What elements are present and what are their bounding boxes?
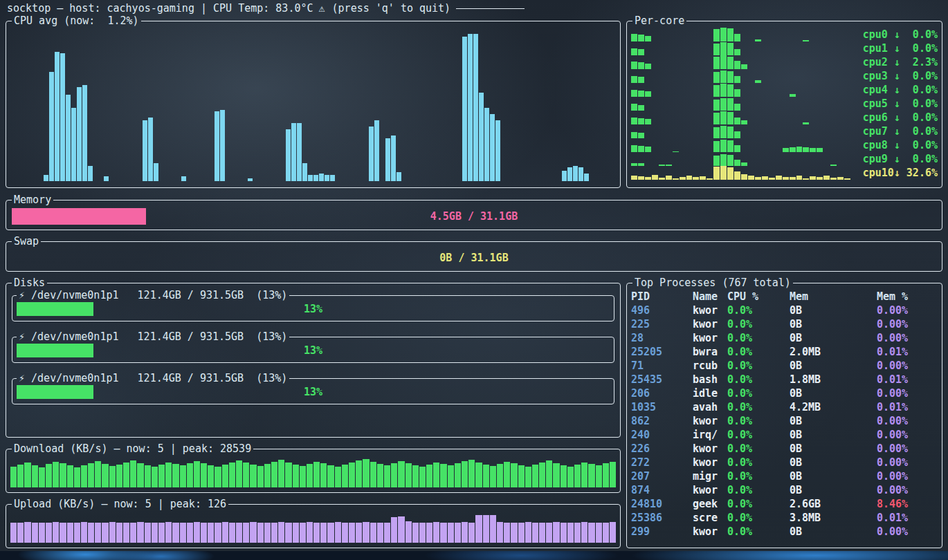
process-row: 25386scre0.0%3.8MB0.01% [631,511,938,525]
chart-bar [490,114,495,181]
chart-bar [293,523,299,543]
process-rows: 496kwor0.0%0B0.00%225kwor0.0%0B0.00%28kw… [631,304,938,539]
chart-bar [693,177,699,180]
process-cell-mem: 0B [790,483,877,497]
process-cell-cpu: 0.0% [727,373,790,386]
chart-bar [229,523,235,543]
chart-bar [264,523,271,543]
chart-bar [610,522,616,543]
chart-bar [49,72,54,181]
chart-bar [581,522,587,543]
chart-bar [145,523,151,543]
process-cell-pid: 226 [631,442,693,456]
chart-bar [53,462,59,487]
chart-bar [208,465,214,487]
chart-bar [356,460,362,487]
chart-bar [638,118,644,124]
chart-bar [596,465,602,487]
chart-bar [734,61,740,69]
chart-bar [645,177,651,180]
cpu-avg-title: CPU avg (now: 1.2%) [12,15,141,26]
core-label: cpu8 ↓ 0.0% [855,138,938,152]
chart-bar [532,523,538,543]
chart-bar [727,127,733,138]
chart-bar [327,465,334,487]
chart-bar [187,523,193,543]
chart-bar [700,176,706,180]
chart-bar [790,147,796,152]
chart-bar [271,462,277,487]
chart-bar [659,178,665,180]
per-core-row: cpu1 ↓ 0.0% [631,41,938,55]
process-cell-mem: 2.0MB [790,345,877,359]
chart-bar [490,515,496,543]
chart-bar [363,459,369,487]
chart-bar [497,464,503,487]
chart-bar [181,176,186,181]
chart-bar [405,521,412,543]
process-cell-name: kwor [693,317,727,331]
chart-bar [720,55,727,69]
per-core-rows: cpu0 ↓ 0.0%cpu1 ↓ 0.0%cpu2 ↓ 2.3%cpu3 ↓ … [631,28,938,180]
chart-bar [645,36,651,41]
chart-bar [222,522,228,543]
core-label: cpu3 ↓ 0.0% [855,69,938,83]
per-core-row: cpu9 ↓ 0.0% [631,152,938,166]
chart-bar [638,62,644,69]
per-core-row: cpu0 ↓ 0.0% [631,28,938,41]
process-cell-name: rcub [693,359,727,373]
chart-bar [727,84,733,97]
chart-bar [803,147,809,152]
process-row: 226kwor0.0%0B0.00% [631,442,938,456]
process-cell-name: kwor [693,304,727,317]
column-header-mem: Mem [790,290,877,304]
chart-bar [215,467,221,487]
process-cell-mem: 0B [790,428,877,442]
chart-bar [490,466,496,487]
chart-bar [426,523,432,543]
chart-bar [713,167,720,180]
chart-bar [638,146,644,152]
process-cell-mem: 0B [790,442,877,456]
process-cell-pid: 496 [631,304,693,317]
swap-gauge-label: 0B / 31.1GB [12,250,936,266]
process-cell-mem: 1.8MB [790,373,877,386]
chart-bar [713,29,720,41]
chart-bar [67,523,73,543]
chart-bar [603,463,609,487]
process-cell-pid: 862 [631,414,693,428]
process-cell-cpu: 0.0% [727,497,790,511]
core-history-chart [631,28,850,41]
chart-bar [581,463,587,487]
chart-bar [574,523,581,543]
chart-bar [810,176,816,180]
process-cell-name: geek [693,497,727,511]
chart-bar [497,522,503,543]
chart-bar [440,523,446,543]
chart-bar [562,171,567,181]
chart-bar [60,463,66,487]
chart-bar [539,523,545,543]
chart-bar [307,522,313,543]
disk-gauge-label: 13% [17,302,610,316]
download-history-chart [10,456,616,487]
cpu-avg-panel: CPU avg (now: 1.2%) [6,15,621,188]
chart-bar [391,463,397,487]
chart-bar [727,155,733,166]
chart-bar [720,42,727,55]
process-cell-name: kwor [693,331,727,345]
process-cell-mem: 0B [790,414,877,428]
process-cell-mem-pct: 0.00% [877,469,938,483]
chart-bar [24,522,30,543]
chart-bar [32,523,38,543]
chart-bar [342,465,348,487]
chart-bar [180,465,186,487]
chart-bar [291,123,296,181]
chart-bar [720,126,727,138]
chart-bar [385,138,390,181]
chart-bar [398,516,404,543]
chart-bar [102,464,108,487]
chart-bar [17,523,24,543]
core-history-chart [631,41,850,55]
core-history-chart [631,69,850,83]
